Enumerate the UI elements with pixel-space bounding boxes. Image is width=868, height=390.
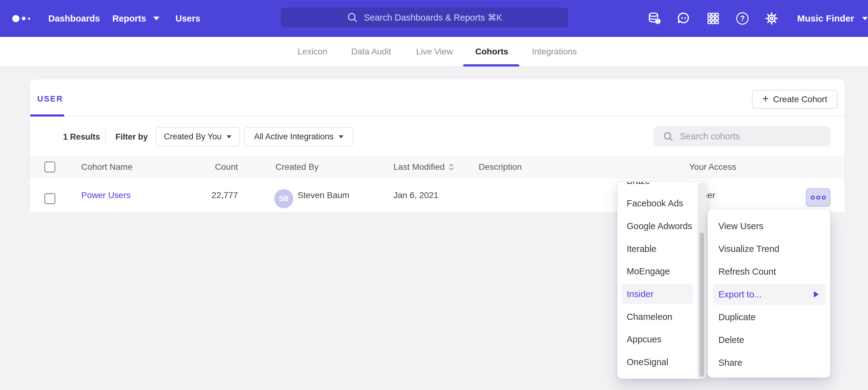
last-modified-date: Jan 6, 2021: [393, 178, 438, 213]
table-header-row: Cohort Name Count Created By Last Modifi…: [30, 156, 845, 178]
menu-item-insider[interactable]: Insider: [621, 284, 693, 304]
cohort-name-link[interactable]: Power Users: [81, 178, 130, 213]
cohort-count: 22,777: [190, 178, 238, 213]
scrollbar-thumb[interactable]: [700, 232, 704, 377]
tab-user-cohorts[interactable]: USER: [37, 94, 63, 104]
tab-integrations[interactable]: Integrations: [532, 37, 577, 66]
user-tab-underline: [30, 115, 64, 117]
export-destination-menu: Braze Facebook Ads Google Adwords Iterab…: [617, 182, 707, 379]
menu-item-delete[interactable]: Delete: [708, 329, 830, 350]
menu-item-facebook-ads[interactable]: Facebook Ads: [617, 193, 706, 214]
tab-data-audit[interactable]: Data Audit: [351, 37, 391, 66]
menu-item-view-users[interactable]: View Users: [708, 216, 830, 236]
created-by-filter-label: Created By You: [164, 132, 222, 141]
row-more-actions-button[interactable]: [806, 188, 831, 207]
cohorts-panel: USER + Create Cohort 1 Results Filter by…: [29, 79, 845, 212]
create-cohort-button[interactable]: + Create Cohort: [752, 90, 838, 108]
column-header-description: Description: [478, 156, 522, 178]
tab-live-view[interactable]: Live View: [416, 37, 453, 66]
circle-dot-icon: [822, 196, 826, 200]
integrations-filter-label: All Active Integrations: [254, 132, 333, 141]
submenu-arrow-icon: [814, 291, 819, 297]
integrations-filter[interactable]: All Active Integrations: [244, 127, 353, 147]
results-count: 1 Results: [63, 132, 100, 142]
menu-item-iterable[interactable]: Iterable: [617, 239, 706, 259]
settings-gear-icon[interactable]: [765, 11, 779, 26]
create-cohort-label: Create Cohort: [773, 94, 827, 104]
column-header-your-access: Your Access: [689, 156, 736, 178]
menu-item-export-to[interactable]: Export to...: [713, 284, 826, 305]
nav-users[interactable]: Users: [176, 0, 200, 37]
menu-item-onesignal[interactable]: OneSignal: [617, 352, 706, 372]
export-to-label: Export to...: [718, 289, 762, 300]
menu-item-duplicate[interactable]: Duplicate: [708, 307, 830, 328]
divider: [105, 129, 106, 144]
data-management-icon[interactable]: [647, 11, 661, 26]
menu-item-refresh-count[interactable]: Refresh Count: [708, 261, 830, 282]
created-by-name: Steven Baum: [298, 178, 349, 213]
menu-item-braze[interactable]: Braze: [617, 182, 706, 191]
created-by-filter[interactable]: Created By You: [156, 127, 240, 147]
mixpanel-logo-icon[interactable]: [12, 0, 30, 37]
chevron-down-icon: [226, 135, 231, 138]
cohort-actions-menu: View Users Visualize Trend Refresh Count…: [707, 209, 831, 378]
project-switcher[interactable]: Music Finder: [797, 0, 868, 37]
app: Dashboards Reports Users Search Dashboar…: [0, 0, 868, 390]
column-header-cohort-name[interactable]: Cohort Name: [81, 156, 133, 178]
tab-lexicon[interactable]: Lexicon: [298, 37, 328, 66]
logo-dot: [28, 18, 30, 20]
nav-reports[interactable]: Reports: [112, 0, 159, 37]
last-modified-label: Last Modified: [393, 162, 445, 172]
avatar: SB: [274, 189, 293, 208]
active-tab-underline: [463, 64, 519, 66]
nav-reports-label: Reports: [112, 13, 146, 24]
column-header-last-modified[interactable]: Last Modified: [393, 156, 454, 178]
cohort-search-input[interactable]: [679, 131, 827, 142]
column-header-count[interactable]: Count: [190, 156, 238, 178]
menu-item-visualize-trend[interactable]: Visualize Trend: [708, 238, 830, 259]
menu-item-appcues[interactable]: Appcues: [617, 329, 706, 349]
apps-grid-icon[interactable]: [706, 11, 720, 26]
logo-dot: [12, 15, 20, 22]
global-search-input[interactable]: Search Dashboards & Reports ⌘K: [280, 7, 569, 28]
logo-dot: [22, 17, 26, 20]
global-search-placeholder: Search Dashboards & Reports ⌘K: [364, 12, 502, 23]
select-all-checkbox[interactable]: [44, 161, 55, 172]
help-icon[interactable]: ?: [735, 11, 749, 26]
table-row: Power Users 22,777 Steven Baum Jan 6, 20…: [30, 178, 845, 213]
search-icon: [663, 131, 674, 142]
nav-dashboards[interactable]: Dashboards: [48, 0, 100, 37]
row-checkbox[interactable]: [44, 193, 55, 204]
circle-dot-icon: [811, 196, 815, 200]
project-name: Music Finder: [797, 13, 854, 24]
plus-icon: +: [763, 93, 769, 104]
filter-by-label: Filter by: [116, 132, 148, 142]
menu-item-google-adwords[interactable]: Google Adwords: [617, 216, 706, 236]
menu-item-share[interactable]: Share: [708, 352, 830, 373]
cohort-search: [653, 126, 831, 147]
section-tabbar: Lexicon Data Audit Live View Cohorts Int…: [0, 37, 868, 67]
chevron-down-icon: [862, 17, 868, 20]
chevron-down-icon: [153, 17, 159, 20]
support-chat-icon[interactable]: [677, 11, 691, 26]
tab-cohorts[interactable]: Cohorts: [475, 37, 508, 66]
search-icon: [347, 12, 358, 23]
divider: [30, 116, 845, 117]
chevron-down-icon: [339, 135, 343, 138]
circle-dot-icon: [816, 196, 820, 200]
menu-item-moengage[interactable]: MoEngage: [617, 261, 706, 282]
column-header-created-by[interactable]: Created By: [276, 156, 318, 178]
menu-item-chameleon[interactable]: Chameleon: [617, 307, 706, 327]
help-glyph: ?: [740, 14, 745, 23]
help-circle: ?: [736, 12, 749, 25]
top-navbar: Dashboards Reports Users Search Dashboar…: [0, 0, 868, 37]
sort-icon: [448, 163, 454, 171]
